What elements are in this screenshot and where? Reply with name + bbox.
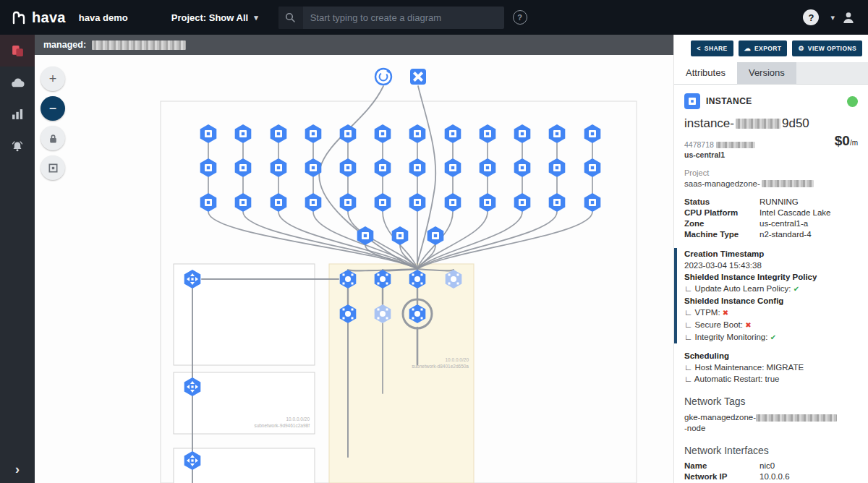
- compute-node[interactable]: [340, 158, 357, 177]
- subnet-label: subnetwork-9d9461c2a98f: [254, 423, 310, 428]
- left-sidebar: ›: [0, 35, 35, 483]
- instance-id: 4478718: [684, 140, 755, 149]
- network-interfaces-heading: Network Interfaces: [684, 445, 858, 456]
- instance-type-icon: [684, 93, 700, 109]
- redacted-environment-name: [92, 40, 186, 50]
- compute-node[interactable]: [305, 193, 322, 212]
- lock-button[interactable]: [41, 126, 65, 150]
- search-help-icon[interactable]: ?: [513, 10, 527, 25]
- zoom-in-button[interactable]: +: [41, 67, 65, 91]
- attribute-label: Zone: [684, 219, 760, 228]
- compute-node[interactable]: [375, 158, 391, 177]
- compute-node[interactable]: [305, 124, 322, 143]
- compute-node[interactable]: [549, 193, 566, 212]
- compute-node[interactable]: [375, 124, 391, 143]
- compute-node[interactable]: [375, 193, 391, 212]
- sidebar-expand-button[interactable]: ›: [0, 462, 35, 477]
- zoom-controls: + −: [41, 67, 65, 180]
- compute-node[interactable]: [549, 158, 566, 177]
- detail-heading: Scheduling: [684, 350, 858, 362]
- export-button-label: EXPORT: [754, 45, 781, 52]
- share-button[interactable]: < SHARE: [691, 40, 733, 56]
- compute-node[interactable]: [271, 193, 287, 212]
- compute-node[interactable]: [427, 226, 444, 245]
- fit-screen-icon: [48, 163, 59, 174]
- user-menu-chevron-icon[interactable]: ▾: [830, 13, 835, 22]
- compute-node[interactable]: [340, 124, 357, 143]
- compute-node[interactable]: [235, 158, 252, 177]
- compute-node[interactable]: [392, 226, 409, 245]
- project-selector[interactable]: Project: Show All ▾: [171, 12, 258, 23]
- compute-node[interactable]: [480, 158, 496, 177]
- hava-logo[interactable]: hava: [0, 9, 79, 26]
- detail-item: ∟ Host Maintenance: MIGRATE: [684, 362, 858, 373]
- user-icon[interactable]: [842, 11, 855, 24]
- sidebar-item-sources[interactable]: [0, 67, 35, 98]
- compute-node[interactable]: [549, 124, 566, 143]
- compute-node[interactable]: [235, 193, 252, 212]
- instance-region: us-central1: [684, 150, 858, 159]
- detail-heading: Creation Timestamp: [684, 248, 858, 260]
- project-selector-label: Project: Show All: [171, 12, 248, 23]
- attribute-row: CPU PlatformIntel Cascade Lake: [684, 208, 858, 217]
- attribute-row: Zoneus-central1-a: [684, 219, 858, 228]
- compute-node[interactable]: [584, 193, 601, 212]
- help-icon[interactable]: ?: [803, 9, 819, 25]
- search-input[interactable]: [303, 12, 504, 23]
- compute-node[interactable]: [200, 158, 217, 177]
- compute-node[interactable]: [200, 124, 217, 143]
- export-button[interactable]: ☁ EXPORT: [739, 40, 788, 56]
- bar-chart-icon: [12, 108, 24, 120]
- subnet-label: subnetwork-d8401e2d650a: [412, 364, 469, 369]
- view-options-button[interactable]: ⚙ VIEW OPTIONS: [792, 40, 862, 56]
- sidebar-item-alerts[interactable]: [0, 130, 35, 162]
- workspace-name: hava demo: [79, 12, 128, 23]
- compute-node[interactable]: [409, 158, 426, 177]
- subnet-label: 10.0.0.0/20: [286, 416, 310, 422]
- compute-node[interactable]: [445, 158, 461, 177]
- project-label: Project: [684, 168, 858, 177]
- compute-node[interactable]: [445, 124, 461, 143]
- attribute-row: Network IP10.0.0.6: [684, 472, 858, 481]
- tab-versions[interactable]: Versions: [737, 62, 796, 84]
- scheduler-icon[interactable]: [375, 69, 391, 85]
- compute-node[interactable]: [514, 158, 531, 177]
- redacted-instance-id: [716, 142, 755, 148]
- compute-node[interactable]: [584, 158, 601, 177]
- attribute-row: Namenic0: [684, 461, 858, 470]
- subnet-label: 10.0.0.0/20: [445, 357, 469, 362]
- compute-node[interactable]: [271, 158, 287, 177]
- compute-node[interactable]: [584, 124, 601, 143]
- compute-node[interactable]: [271, 124, 287, 143]
- network-tags-heading: Network Tags: [684, 396, 858, 407]
- diagram-viewport[interactable]: + − 10.0.0.0/20subnetwork-d8401e2d650a10…: [35, 55, 674, 483]
- search-icon: [278, 7, 303, 29]
- compute-node[interactable]: [514, 193, 531, 212]
- fit-button[interactable]: [41, 155, 65, 180]
- dataflow-icon[interactable]: [410, 69, 427, 85]
- diagram-search[interactable]: [278, 7, 504, 29]
- sidebar-item-environments[interactable]: [0, 35, 35, 67]
- compute-node[interactable]: [200, 193, 217, 212]
- detail-item: ∟ Automatic Restart: true: [684, 373, 858, 385]
- network-diagram[interactable]: 10.0.0.0/20subnetwork-d8401e2d650a10.0.0…: [35, 55, 674, 483]
- compute-node[interactable]: [409, 193, 426, 212]
- attribute-value: us-central1-a: [760, 219, 808, 228]
- compute-node[interactable]: [409, 124, 426, 143]
- compute-node[interactable]: [340, 193, 357, 212]
- gear-icon: ⚙: [798, 45, 804, 52]
- compute-node[interactable]: [445, 193, 461, 212]
- compute-node[interactable]: [514, 124, 531, 143]
- attribute-row: StatusRUNNING: [684, 197, 858, 206]
- nic-rows: Namenic0Network IP10.0.0.6: [684, 461, 858, 481]
- compute-node[interactable]: [235, 124, 252, 143]
- sidebar-item-reports[interactable]: [0, 98, 35, 130]
- zoom-out-button[interactable]: −: [41, 96, 65, 121]
- attribute-label: Status: [684, 197, 760, 206]
- tab-attributes[interactable]: Attributes: [674, 62, 737, 84]
- network-tag-prefix: gke-managedzone-: [684, 413, 756, 422]
- network-tags-value: gke-managedzone- -node: [684, 412, 858, 434]
- compute-node[interactable]: [480, 124, 496, 143]
- compute-node[interactable]: [480, 193, 496, 212]
- top-bar: hava hava demo Project: Show All ▾ ? ? ▾: [0, 0, 868, 35]
